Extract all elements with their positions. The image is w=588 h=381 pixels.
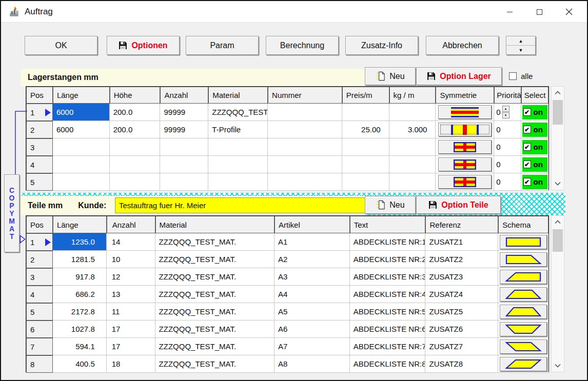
cell-preis[interactable]: [342, 156, 389, 173]
cell-referenz[interactable]: ZUSATZ1: [425, 233, 498, 251]
scroll-down-icon[interactable]: [552, 359, 564, 372]
cell-text[interactable]: ABDECKLISTE NR:3: [350, 268, 426, 286]
minimize-button[interactable]: [495, 1, 524, 23]
berechnung-button[interactable]: Berechnung: [266, 36, 339, 55]
cell-nummer[interactable]: [268, 156, 342, 173]
cell-prioritaet[interactable]: 0 ▲▼: [494, 104, 521, 121]
maximize-button[interactable]: [524, 1, 554, 23]
cell-artikel[interactable]: A8: [275, 355, 350, 373]
cell-laenge[interactable]: 594.1: [53, 338, 107, 355]
cell-kg[interactable]: 3.000: [389, 121, 436, 138]
cell-anzahl[interactable]: [160, 138, 208, 156]
spinner-down-icon[interactable]: ▼: [502, 112, 509, 118]
cell-text[interactable]: ABDECKLISTE NR:8: [350, 355, 426, 373]
cell-material[interactable]: ZZZQQQ_TEST_MAT.: [155, 355, 275, 373]
cell-artikel[interactable]: A2: [275, 251, 350, 268]
cell-kg[interactable]: [389, 156, 436, 173]
cell-anzahl[interactable]: [160, 173, 208, 191]
schema-parallelogram-left-button[interactable]: [500, 339, 547, 354]
cell-kg[interactable]: [389, 104, 436, 121]
schema-parallelogram-right-button[interactable]: [500, 357, 547, 371]
cell-hoehe[interactable]: [110, 173, 161, 191]
cell-material[interactable]: [208, 138, 268, 156]
cell-material[interactable]: T-Profile: [208, 121, 268, 138]
cell-material[interactable]: ZZZQQQ_TEST_MAT.: [155, 268, 275, 286]
cell-laenge[interactable]: 686.2: [53, 286, 107, 303]
cell-prioritaet[interactable]: 0: [494, 138, 521, 156]
cell-laenge[interactable]: [53, 138, 110, 156]
cell-referenz[interactable]: ZUSATZ4: [425, 286, 498, 303]
spinner-down-icon[interactable]: ▼: [506, 46, 535, 54]
cell-material[interactable]: ZZZQQQ_TEST_MAT.: [155, 320, 275, 338]
schema-trapezoid-inverted-button[interactable]: [500, 322, 547, 336]
spinner-up-icon[interactable]: ▲: [506, 36, 535, 45]
lager-neu-button[interactable]: Neu: [365, 67, 416, 85]
cell-hoehe[interactable]: [110, 138, 161, 156]
cell-laenge[interactable]: 917.8: [53, 268, 107, 286]
ok-button[interactable]: OK: [25, 36, 97, 55]
cell-artikel[interactable]: A1: [275, 233, 350, 251]
cell-referenz[interactable]: ZUSATZ3: [425, 268, 498, 286]
cell-prioritaet[interactable]: 0: [494, 121, 521, 138]
param-button[interactable]: Param: [186, 36, 259, 55]
copymat-button[interactable]: COPYMAT: [4, 174, 19, 252]
cell-prioritaet[interactable]: 0: [494, 156, 521, 173]
scrollbar-thumb[interactable]: [553, 229, 563, 252]
select-checkbox[interactable]: ✔: [523, 161, 531, 168]
cell-text[interactable]: ABDECKLISTE NR:4: [350, 286, 426, 303]
cell-nummer[interactable]: [268, 121, 342, 138]
symmetrie-vertical-stripes-button[interactable]: [438, 123, 492, 136]
cell-nummer[interactable]: [268, 104, 342, 121]
cell-material[interactable]: ZZZQQQ_TEST_MAT.: [155, 286, 275, 303]
cell-material[interactable]: ZZZQQQ_TEST_MAT.: [155, 251, 275, 268]
kunde-input[interactable]: [115, 197, 365, 213]
cell-preis[interactable]: [342, 138, 389, 156]
cell-anzahl[interactable]: 18: [107, 355, 155, 373]
select-checkbox[interactable]: ✔: [523, 178, 531, 186]
cell-material[interactable]: ZZZQQQ_TEST_MAT.: [155, 338, 275, 355]
scroll-down-icon[interactable]: [552, 177, 564, 190]
cell-laenge[interactable]: 6000: [53, 121, 110, 138]
select-checkbox[interactable]: ✔: [523, 108, 531, 116]
cell-artikel[interactable]: A5: [275, 303, 350, 320]
select-checkbox[interactable]: ✔: [523, 126, 531, 133]
schema-trapezoid-both-slants-button[interactable]: [500, 287, 547, 302]
cell-artikel[interactable]: A4: [275, 286, 350, 303]
cell-laenge[interactable]: 6000: [53, 104, 110, 121]
cell-laenge[interactable]: 1281.5: [53, 251, 107, 268]
symmetrie-cross-button[interactable]: [438, 140, 492, 154]
cell-anzahl[interactable]: 11: [107, 303, 155, 320]
cell-material[interactable]: [208, 173, 268, 191]
close-button[interactable]: [554, 1, 584, 23]
cell-hoehe[interactable]: 200.0: [110, 104, 161, 121]
zusatz-info-button[interactable]: Zusatz-Info: [345, 36, 418, 55]
cell-referenz[interactable]: ZUSATZ5: [425, 303, 498, 320]
cell-anzahl[interactable]: [160, 156, 208, 173]
scrollbar-thumb[interactable]: [553, 100, 563, 125]
cell-preis[interactable]: 25.00: [342, 121, 389, 138]
teile-scrollbar[interactable]: [551, 215, 564, 372]
cell-preis[interactable]: [342, 104, 389, 121]
option-lager-button[interactable]: Option Lager: [416, 67, 502, 85]
cell-material[interactable]: ZZZQQQ_TEST_MAT.: [155, 233, 275, 251]
cell-nummer[interactable]: [268, 138, 342, 156]
optionen-button[interactable]: Optionen: [107, 36, 180, 55]
cell-text[interactable]: ABDECKLISTE NR:7: [350, 338, 426, 355]
cell-artikel[interactable]: A3: [275, 268, 350, 286]
cell-anzahl[interactable]: 10: [107, 251, 155, 268]
select-checkbox[interactable]: ✔: [523, 143, 531, 151]
cell-kg[interactable]: [389, 173, 436, 191]
cell-material[interactable]: [208, 156, 268, 173]
cell-anzahl[interactable]: 99999: [160, 104, 208, 121]
option-teile-button[interactable]: Option Teile: [416, 196, 501, 214]
cell-laenge[interactable]: 1235.0: [53, 233, 107, 251]
scroll-up-icon[interactable]: [552, 87, 564, 99]
schema-trapezoid-both-slants-button[interactable]: [500, 305, 547, 319]
cell-anzahl[interactable]: 13: [107, 286, 155, 303]
cell-text[interactable]: ABDECKLISTE NR:1: [350, 233, 426, 251]
schema-trapezoid-right-slant-button[interactable]: [500, 252, 547, 267]
spinner-up-icon[interactable]: ▲: [502, 106, 509, 112]
cell-anzahl[interactable]: 99999: [160, 121, 208, 138]
cell-referenz[interactable]: ZUSATZ7: [425, 338, 498, 355]
cell-artikel[interactable]: A6: [275, 320, 350, 338]
